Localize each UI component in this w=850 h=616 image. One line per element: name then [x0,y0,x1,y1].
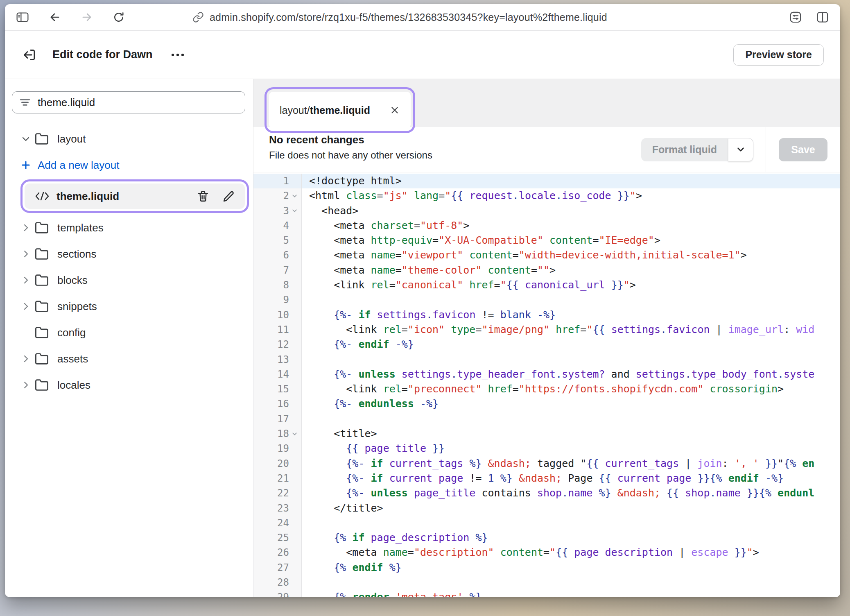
code-line-24[interactable]: 24 [253,516,840,530]
line-number: 4 [253,218,302,233]
folder-icon [34,247,49,260]
folder-label: blocks [57,274,88,287]
code-line-9[interactable]: 9 [253,292,840,307]
line-number: 7 [253,263,302,278]
tab-file-name: theme.liquid [310,104,370,116]
split-view-icon[interactable] [816,10,830,24]
folder-icon [34,274,49,287]
code-line-29[interactable]: 29 {% render 'meta-tags' %} [253,590,840,597]
reload-icon[interactable] [112,11,125,24]
line-number: 21 [253,471,302,486]
file-filter-input[interactable] [38,96,238,109]
code-line-11[interactable]: 11 <link rel="icon" type="image/png" hre… [253,322,840,337]
code-line-16[interactable]: 16 {%- endunless -%} [253,396,840,411]
line-number: 11 [253,322,302,337]
line-number: 6 [253,248,302,263]
sidebar-item-locales[interactable]: locales [5,372,253,398]
line-number: 14 [253,367,302,382]
chevron-right-icon[interactable] [20,380,32,390]
code-line-4[interactable]: 4 <meta charset="utf-8"> [253,218,840,233]
code-line-13[interactable]: 13 [253,352,840,367]
desktop-background: admin.shopify.com/store/rzq1xu-f5/themes… [0,0,850,616]
preview-store-button[interactable]: Preview store [733,44,824,66]
sidebar-item-config[interactable]: config [5,319,253,346]
code-line-22[interactable]: 22 {%- unless page_title contains shop.n… [253,486,840,500]
app-header: Edit code for Dawn Preview store [5,31,840,79]
chevron-right-icon[interactable] [20,275,32,285]
status-title: No recent changes [269,134,641,146]
sidebar-item-blocks[interactable]: blocks [5,267,253,293]
code-line-20[interactable]: 20 {%- if current_tags %} &ndash; tagged… [253,456,840,471]
code-line-14[interactable]: 14 {%- unless settings.type_header_font.… [253,367,840,382]
fold-chevron-icon[interactable] [289,207,300,214]
chevron-down-icon [735,145,746,154]
code-line-2[interactable]: 2<html class="js" lang="{{ request.local… [253,188,840,203]
line-number: 23 [253,501,302,516]
add-new-layout-link[interactable]: Add a new layout [5,152,253,178]
code-line-23[interactable]: 23 </title> [253,501,840,516]
code-line-21[interactable]: 21 {%- if current_page != 1 %} &ndash; P… [253,471,840,486]
save-button[interactable]: Save [779,138,827,161]
code-line-8[interactable]: 8 <link rel="canonical" href="{{ canonic… [253,278,840,292]
code-line-5[interactable]: 5 <meta http-equiv="X-UA-Compatible" con… [253,233,840,248]
line-number: 8 [253,278,302,292]
code-line-6[interactable]: 6 <meta name="viewport" content="width=d… [253,248,840,263]
code-line-3[interactable]: 3 <head> [253,204,840,218]
code-line-7[interactable]: 7 <meta name="theme-color" content=""> [253,263,840,278]
address-bar[interactable]: admin.shopify.com/store/rzq1xu-f5/themes… [192,4,607,30]
code-line-19[interactable]: 19 {{ page_title }} [253,441,840,456]
format-options-dropdown[interactable] [728,138,753,161]
tab-layout-theme-liquid[interactable]: layout/theme.liquid [269,92,411,129]
line-number: 13 [253,352,302,367]
sidebar-item-snippets[interactable]: snippets [5,293,253,319]
line-number: 9 [253,292,302,307]
fold-chevron-icon[interactable] [289,192,300,199]
folder-label: locales [57,379,90,392]
folder-icon [34,326,49,339]
code-line-15[interactable]: 15 <link rel="preconnect" href="https://… [253,382,840,396]
folder-label: sections [57,248,96,260]
more-actions-icon[interactable] [170,52,185,57]
tab-strip: layout/theme.liquid [253,79,840,127]
code-line-10[interactable]: 10 {%- if settings.favicon != blank -%} [253,308,840,322]
exit-editor-icon[interactable] [21,47,37,63]
forward-icon[interactable] [80,11,93,24]
sidebar-item-templates[interactable]: templates [5,215,253,241]
delete-file-icon[interactable] [197,190,210,203]
line-number: 10 [253,308,302,322]
chevron-right-icon[interactable] [20,249,32,259]
code-editor[interactable]: 1<!doctype html>2<html class="js" lang="… [253,172,840,597]
sidebar-item-assets[interactable]: assets [5,346,253,372]
sidebar-item-layout[interactable]: layout [5,126,253,152]
code-line-26[interactable]: 26 <meta name="description" content="{{ … [253,545,840,560]
folder-label: layout [57,133,86,145]
chevron-down-icon[interactable] [20,134,32,144]
code-line-28[interactable]: 28 [253,575,840,590]
sidebar-item-sections[interactable]: sections [5,241,253,267]
folder-icon [34,221,49,234]
code-line-17[interactable]: 17 [253,412,840,426]
page-settings-icon[interactable] [789,10,803,24]
line-number: 2 [253,188,302,203]
folder-label: assets [57,353,88,365]
sidebar-toggle-icon[interactable] [16,11,29,23]
file-item-theme-liquid[interactable]: theme.liquid [25,183,245,209]
chevron-right-icon[interactable] [20,354,32,364]
filter-icon [19,96,31,109]
rename-file-icon[interactable] [222,190,235,203]
line-number: 18 [253,426,302,441]
code-line-18[interactable]: 18 <title> [253,426,840,441]
code-line-25[interactable]: 25 {% if page_description %} [253,530,840,545]
chevron-right-icon[interactable] [20,301,32,311]
format-liquid-button[interactable]: Format liquid [641,138,728,161]
tab-close-icon[interactable] [389,105,400,116]
code-line-1[interactable]: 1<!doctype html> [253,174,840,188]
code-line-12[interactable]: 12 {%- endif -%} [253,337,840,352]
fold-chevron-icon[interactable] [289,430,300,437]
chevron-right-icon[interactable] [20,223,32,233]
back-icon[interactable] [48,11,61,24]
folder-icon [34,378,49,392]
file-filter[interactable] [12,91,245,113]
code-line-27[interactable]: 27 {% endif %} [253,560,840,575]
folder-icon [34,352,49,365]
